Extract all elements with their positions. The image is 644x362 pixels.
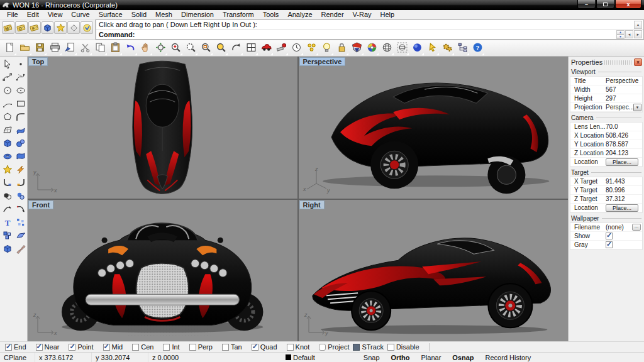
point-tool[interactable] bbox=[14, 58, 27, 71]
prop-checkbox[interactable] bbox=[606, 233, 613, 239]
pointer-mode-button[interactable] bbox=[425, 41, 440, 56]
menu-surface[interactable]: Surface bbox=[94, 11, 127, 18]
viewport-right-label[interactable]: Right bbox=[299, 200, 325, 209]
osnap-point[interactable]: Point bbox=[69, 343, 93, 351]
pan-button[interactable] bbox=[138, 41, 153, 56]
freeform-tool[interactable] bbox=[14, 111, 27, 124]
torus-tool[interactable] bbox=[1, 150, 14, 163]
zoom-selected-button[interactable] bbox=[213, 41, 228, 56]
project-curve-tool[interactable] bbox=[1, 203, 14, 216]
box-mode-button[interactable] bbox=[42, 21, 54, 34]
render-region-button[interactable] bbox=[394, 41, 409, 56]
status-pane-snap[interactable]: Snap bbox=[358, 354, 386, 361]
lock-button[interactable] bbox=[334, 41, 349, 56]
menu-help[interactable]: Help bbox=[376, 11, 399, 18]
osnap-strack-checkbox[interactable] bbox=[353, 344, 360, 351]
tag-f-button[interactable]: F bbox=[28, 21, 41, 34]
prop-value[interactable]: 878.587 bbox=[606, 141, 642, 148]
command-spinner[interactable]: ▲ ▼ bbox=[616, 30, 625, 38]
render-mesh-tool[interactable] bbox=[14, 243, 27, 256]
osnap-quad[interactable]: Quad bbox=[252, 343, 277, 351]
panel-close-button[interactable]: x bbox=[634, 58, 642, 66]
osnap-cen-checkbox[interactable] bbox=[132, 344, 139, 351]
viewport-layout-button[interactable] bbox=[243, 41, 258, 56]
viewport-perspective-label[interactable]: Perspective bbox=[299, 57, 346, 66]
circle-tool[interactable] bbox=[1, 84, 14, 97]
boolean-diff-tool[interactable] bbox=[14, 190, 27, 203]
sweep-tool[interactable] bbox=[14, 150, 27, 163]
rotate-view-button[interactable] bbox=[153, 41, 168, 56]
trim-tool[interactable] bbox=[14, 163, 27, 177]
status-pane-osnap[interactable]: Osnap bbox=[447, 354, 479, 361]
history-button[interactable] bbox=[289, 41, 304, 56]
viewport-top[interactable]: Top bbox=[28, 57, 297, 199]
help-button[interactable]: ? bbox=[470, 41, 485, 56]
arc-tool[interactable] bbox=[1, 97, 14, 111]
prop-value[interactable]: 204.123 bbox=[606, 150, 642, 156]
zoom-in-button[interactable] bbox=[168, 41, 183, 56]
status-pane-record-history[interactable]: Record History bbox=[480, 354, 537, 361]
prop-value[interactable]: 70.0 bbox=[606, 123, 642, 130]
osnap-end-checkbox[interactable] bbox=[5, 344, 12, 351]
status-pane-ortho[interactable]: Ortho bbox=[386, 354, 416, 361]
patch-tool[interactable] bbox=[1, 124, 14, 137]
osnap-knot-checkbox[interactable] bbox=[287, 344, 294, 351]
viewport-top-label[interactable]: Top bbox=[28, 57, 48, 66]
menu-vray[interactable]: V-Ray bbox=[348, 11, 376, 18]
osnap-int[interactable]: Int bbox=[163, 343, 179, 351]
osnap-point-checkbox[interactable] bbox=[69, 344, 75, 351]
osnap-perp-checkbox[interactable] bbox=[189, 344, 196, 351]
osnap-mid[interactable]: Mid bbox=[103, 343, 123, 351]
prop-value[interactable]: (none) bbox=[606, 224, 632, 231]
menu-file[interactable]: File bbox=[3, 11, 23, 18]
prop-value[interactable]: Perspec... bbox=[606, 104, 633, 111]
hierarchy-button[interactable] bbox=[455, 41, 470, 56]
ellipse-tool[interactable] bbox=[14, 84, 27, 97]
offset-curve-tool[interactable] bbox=[14, 203, 27, 216]
plane-tool[interactable] bbox=[14, 229, 27, 243]
diamond-tag-button[interactable] bbox=[67, 21, 80, 34]
osnap-perp[interactable]: Perp bbox=[189, 343, 213, 351]
menu-edit[interactable]: Edit bbox=[23, 11, 43, 18]
control-curve-tool[interactable] bbox=[1, 71, 14, 84]
print-button[interactable] bbox=[47, 41, 62, 56]
save-button[interactable] bbox=[32, 41, 47, 56]
prop-value[interactable]: 567 bbox=[606, 86, 642, 93]
osnap-mid-checkbox[interactable] bbox=[103, 344, 110, 351]
layer-pane[interactable]: Default bbox=[280, 354, 320, 361]
osnap-end[interactable]: End bbox=[5, 343, 26, 351]
explode-tool[interactable] bbox=[1, 163, 14, 177]
panel-drag-grip[interactable] bbox=[604, 60, 632, 65]
zoom-window-button[interactable] bbox=[198, 41, 213, 56]
close-button[interactable]: x bbox=[615, 0, 641, 9]
minimize-button[interactable]: – bbox=[577, 0, 596, 9]
render-button[interactable] bbox=[364, 41, 379, 56]
curve-handles-tool[interactable] bbox=[14, 71, 27, 84]
zoom-dynamic-button[interactable] bbox=[183, 41, 198, 56]
osnap-int-checkbox[interactable] bbox=[163, 344, 170, 351]
prop-value[interactable]: 297 bbox=[606, 95, 642, 102]
prop-value[interactable]: 91.443 bbox=[606, 178, 642, 185]
osnap-project-checkbox[interactable] bbox=[319, 344, 326, 351]
osnap-cen[interactable]: Cen bbox=[132, 343, 153, 351]
boolean-union-tool[interactable] bbox=[1, 190, 14, 203]
cut-button[interactable] bbox=[77, 41, 92, 56]
options-button[interactable] bbox=[440, 41, 455, 56]
menu-mesh[interactable]: Mesh bbox=[151, 11, 177, 18]
viewport-right[interactable]: Right bbox=[299, 200, 569, 342]
viewport-perspective[interactable]: Perspective bbox=[299, 57, 569, 199]
undo-button[interactable] bbox=[123, 41, 138, 56]
vray-button[interactable] bbox=[349, 41, 364, 56]
tag-m-button[interactable]: M bbox=[2, 21, 14, 34]
tag-o-button[interactable]: O bbox=[15, 21, 28, 34]
viewport-front[interactable]: Front bbox=[28, 200, 297, 342]
menu-view[interactable]: View bbox=[43, 11, 67, 18]
prop-value[interactable]: Perspective bbox=[606, 77, 642, 84]
osnap-quad-checkbox[interactable] bbox=[252, 344, 258, 351]
copy-button[interactable] bbox=[92, 41, 108, 56]
car-display-button[interactable] bbox=[258, 41, 274, 56]
osnap-tan-checkbox[interactable] bbox=[222, 344, 229, 351]
restore-button[interactable] bbox=[596, 0, 614, 9]
prop-value[interactable]: 80.996 bbox=[606, 187, 642, 194]
menu-curve[interactable]: Curve bbox=[67, 11, 94, 18]
